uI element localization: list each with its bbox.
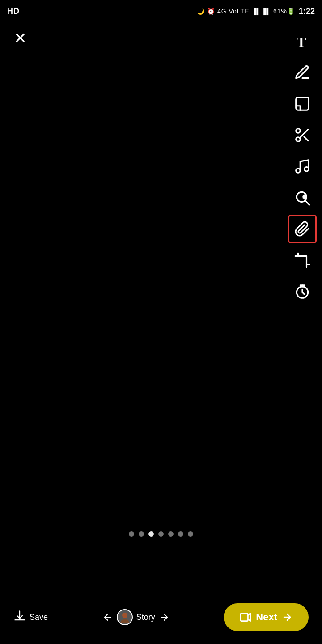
- svg-line-10: [305, 201, 309, 205]
- next-send-icon: [240, 611, 251, 623]
- svg-rect-15: [241, 613, 248, 621]
- next-button[interactable]: Next: [224, 603, 309, 631]
- dot-1: [129, 531, 134, 537]
- svg-point-13: [120, 619, 129, 623]
- dot-7: [188, 531, 193, 537]
- music-icon: [294, 158, 311, 175]
- status-right: 🌙 ⏰ 4G VoLTE ▐▌▐▌ 61%🔋 1:22: [197, 7, 315, 16]
- timer-tool-button[interactable]: [288, 277, 317, 306]
- draw-icon: [294, 64, 311, 81]
- link-tool-button[interactable]: [288, 215, 317, 243]
- svg-rect-1: [296, 97, 309, 110]
- sticker-tool-button[interactable]: [288, 89, 317, 118]
- dot-2: [139, 531, 144, 537]
- timer-icon: [294, 283, 311, 300]
- story-button[interactable]: Story: [102, 609, 169, 625]
- save-button[interactable]: Save: [13, 610, 48, 624]
- story-up-icon: [159, 612, 169, 623]
- status-bar: HD 🌙 ⏰ 4G VoLTE ▐▌▐▌ 61%🔋 1:22: [0, 0, 322, 22]
- save-icon: [13, 610, 26, 623]
- text-tool-button[interactable]: T: [288, 27, 317, 55]
- svg-point-8: [305, 167, 309, 172]
- story-label: Story: [136, 613, 155, 622]
- effects-icon: [294, 189, 311, 206]
- dot-indicators: [129, 531, 193, 537]
- status-time: 1:22: [299, 7, 315, 16]
- status-hd: HD: [7, 7, 20, 16]
- right-toolbar: T: [288, 27, 317, 306]
- effects-tool-button[interactable]: [288, 183, 317, 212]
- dot-6: [178, 531, 183, 537]
- crop-tool-button[interactable]: [288, 246, 317, 275]
- music-tool-button[interactable]: [288, 152, 317, 181]
- link-icon: [294, 221, 310, 237]
- draw-tool-button[interactable]: [288, 58, 317, 87]
- close-button[interactable]: ✕: [9, 27, 31, 49]
- scissors-icon: [294, 127, 311, 144]
- crop-icon: [294, 252, 311, 269]
- scissors-tool-button[interactable]: [288, 121, 317, 149]
- story-back-icon: [102, 612, 113, 623]
- svg-point-12: [301, 292, 303, 293]
- svg-point-2: [296, 129, 301, 133]
- svg-point-14: [122, 613, 127, 618]
- svg-line-5: [304, 137, 308, 141]
- sticker-icon: [294, 95, 311, 112]
- text-icon: T: [294, 33, 311, 50]
- save-label: Save: [30, 613, 48, 622]
- next-label: Next: [256, 611, 277, 623]
- story-avatar: [117, 609, 133, 625]
- next-arrow-icon: [282, 612, 292, 623]
- status-icons: 🌙 ⏰ 4G VoLTE ▐▌▐▌ 61%🔋: [197, 8, 295, 15]
- svg-text:T: T: [297, 34, 306, 50]
- close-icon: ✕: [14, 30, 26, 46]
- svg-point-7: [296, 169, 301, 173]
- dot-5: [168, 531, 174, 537]
- dot-4: [158, 531, 164, 537]
- bottom-bar: Save Story: [0, 590, 322, 644]
- dot-3: [148, 531, 154, 537]
